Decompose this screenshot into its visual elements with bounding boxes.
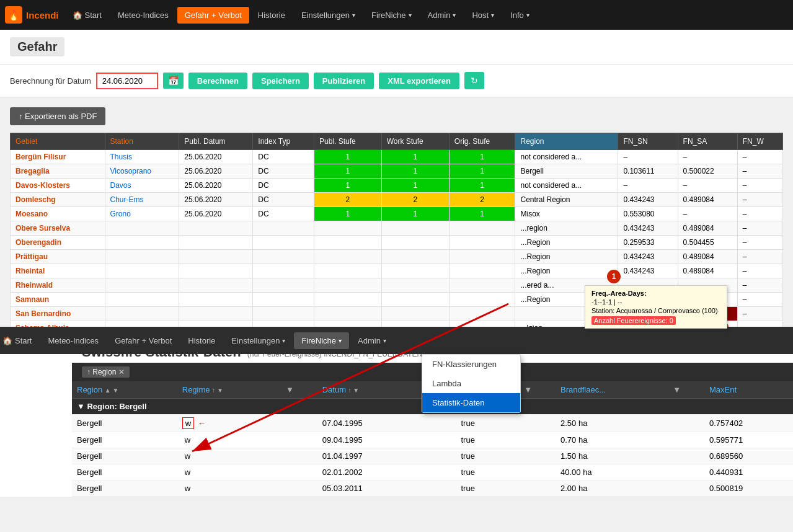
table-row: Moesano Grono 25.06.2020 DC 1 1 1 Misox … bbox=[11, 207, 783, 221]
cell-orig-stufe bbox=[449, 236, 515, 250]
cell-gebiet: Moesano bbox=[11, 207, 105, 221]
nav-fireniche[interactable]: FireNiche ▾ bbox=[364, 7, 419, 24]
second-nav-meteo[interactable]: Meteo-Indices bbox=[40, 332, 106, 349]
col-datum: Datum ↑ ▼ bbox=[317, 381, 420, 399]
publizieren-button[interactable]: Publizieren bbox=[314, 73, 374, 89]
chevron-down-icon: ▾ bbox=[453, 12, 456, 19]
cell-station bbox=[105, 236, 179, 250]
cell-feuer: true bbox=[456, 481, 520, 497]
main-content: ↑ Exportieren als PDF Gebiet Station Pub… bbox=[0, 97, 793, 345]
cell-orig-stufe: 1 bbox=[449, 179, 515, 193]
speichern-button[interactable]: Speichern bbox=[252, 73, 309, 89]
tooltip-box: Freq.-Area-Days: -1--1-1 | -- Station: A… bbox=[585, 285, 727, 329]
cell-fn-sa: 0.489084 bbox=[678, 250, 737, 264]
cell-brand: 0.70 ha bbox=[556, 432, 668, 448]
cell-fn-sn: 0.434243 bbox=[618, 264, 678, 278]
app-name: Incendi bbox=[26, 10, 59, 20]
app-logo[interactable]: 🔥 Incendi bbox=[5, 6, 59, 24]
xml-export-button[interactable]: XML exportieren bbox=[379, 73, 459, 89]
berechnen-button[interactable]: Berechnen bbox=[188, 73, 247, 89]
cell-orig-stufe bbox=[449, 278, 515, 293]
cell-typ: DC bbox=[253, 193, 314, 207]
second-nav-einstellungen[interactable]: Einstellungen ▾ bbox=[224, 332, 293, 349]
tooltip-line1: Freq.-Area-Days: bbox=[591, 290, 720, 297]
cell-datum: 07.04.1995 bbox=[317, 415, 420, 432]
cell-orig-stufe: 1 bbox=[449, 207, 515, 221]
cell-work-stufe: 1 bbox=[381, 150, 449, 164]
export-pdf-button[interactable]: ↑ Exportieren als PDF bbox=[10, 107, 105, 125]
cell-brand-filter bbox=[668, 432, 704, 448]
dropdown-item-statistik-daten[interactable]: Statistik-Daten bbox=[422, 393, 520, 412]
cell-regime-filter bbox=[281, 481, 317, 497]
cell-fn-w: – bbox=[737, 179, 782, 193]
date-input[interactable] bbox=[96, 73, 158, 89]
cell-datum-filter bbox=[420, 464, 456, 481]
data-table-row: Bergell w 01.04.1997 true 1.50 ha 0.6895… bbox=[72, 448, 793, 464]
table-row: Oberengadin ...Region 0.259533 0.504455 … bbox=[11, 236, 783, 250]
second-nav-fireniche[interactable]: FireNiche ▾ bbox=[294, 332, 349, 349]
col-maxent: MaxEnt bbox=[704, 381, 793, 399]
chevron-down-icon: ▾ bbox=[339, 337, 342, 344]
cell-regime: w bbox=[177, 464, 281, 481]
data-table-row: Bergell w 05.03.2011 true 2.00 ha 0.5008… bbox=[72, 481, 793, 497]
cell-fn-sa: 0.504455 bbox=[678, 236, 737, 250]
sort-icon: ▲ ▼ bbox=[105, 387, 119, 394]
cell-brand-filter bbox=[668, 464, 704, 481]
cell-brand: 2.00 ha bbox=[556, 481, 668, 497]
col-header-region: Region bbox=[515, 133, 618, 150]
dropdown-item-fn-klassierungen[interactable]: FN-Klassierungen bbox=[422, 355, 520, 374]
col-filter-regime[interactable]: ▼ bbox=[281, 381, 317, 399]
cell-region: not considered a... bbox=[515, 179, 618, 193]
nav-gefahr-verbot[interactable]: Gefahr + Verbot bbox=[177, 7, 249, 24]
cell-region: Central Region bbox=[515, 193, 618, 207]
cell-gebiet: Davos-Klosters bbox=[11, 179, 105, 193]
second-nav-gefahr[interactable]: Gefahr + Verbot bbox=[107, 332, 179, 349]
cell-region: Bergell bbox=[515, 164, 618, 179]
cell-gebiet: Rheintal bbox=[11, 264, 105, 278]
cell-fn-w: – bbox=[737, 150, 782, 164]
cell-gebiet: Domleschg bbox=[11, 193, 105, 207]
calendar-button[interactable]: 📅 bbox=[163, 73, 184, 89]
cell-station: Chur-Ems bbox=[105, 193, 179, 207]
cell-typ bbox=[253, 278, 314, 293]
cell-datum bbox=[179, 307, 253, 321]
cell-typ bbox=[253, 236, 314, 250]
region-filter-tag[interactable]: ↑ Region ✕ bbox=[82, 366, 130, 378]
cell-feuer: true bbox=[456, 448, 520, 464]
cell-regime-filter bbox=[281, 464, 317, 481]
cell-datum: 25.06.2020 bbox=[179, 164, 253, 179]
nav-historie[interactable]: Historie bbox=[250, 7, 293, 24]
cell-fn-sa: 0.489084 bbox=[678, 193, 737, 207]
col-filter-feuer[interactable]: ▼ bbox=[519, 381, 556, 399]
cell-station: Vicosoprano bbox=[105, 164, 179, 179]
home-icon: 🏠 bbox=[73, 11, 82, 20]
chevron-down-icon: ▾ bbox=[491, 12, 494, 19]
nav-admin[interactable]: Admin ▾ bbox=[420, 7, 464, 24]
cell-regime-filter bbox=[281, 448, 317, 464]
nav-start[interactable]: 🏠 Start bbox=[65, 7, 109, 24]
nav-info[interactable]: Info ▾ bbox=[503, 7, 537, 24]
dropdown-item-lambda[interactable]: Lambda bbox=[422, 374, 520, 393]
col-header-work-stufe: Work Stufe bbox=[381, 133, 449, 150]
filter-remove-button[interactable]: ✕ bbox=[118, 368, 125, 376]
cell-gebiet: Prättigau bbox=[11, 250, 105, 264]
nav-einstellungen[interactable]: Einstellungen ▾ bbox=[294, 7, 363, 24]
cell-work-stufe bbox=[381, 236, 449, 250]
cell-region: ...Region bbox=[515, 236, 618, 250]
cell-region: ...Region bbox=[515, 250, 618, 264]
col-filter-brand[interactable]: ▼ bbox=[668, 381, 704, 399]
refresh-button[interactable]: ↻ bbox=[464, 72, 484, 89]
cell-station bbox=[105, 278, 179, 293]
cell-feuer-filter bbox=[519, 432, 556, 448]
nav-meteo-indices[interactable]: Meteo-Indices bbox=[110, 7, 176, 24]
cell-fn-sn: 0.553080 bbox=[618, 207, 678, 221]
second-nav-start[interactable]: 🏠 Start bbox=[0, 332, 39, 349]
cell-work-stufe bbox=[381, 307, 449, 321]
second-nav-historie[interactable]: Historie bbox=[180, 332, 223, 349]
nav-host[interactable]: Host ▾ bbox=[464, 7, 502, 24]
second-nav-admin[interactable]: Admin ▾ bbox=[350, 332, 394, 349]
col-regime: Regime ↑ ▼ bbox=[177, 381, 281, 399]
cell-datum: 25.06.2020 bbox=[179, 193, 253, 207]
cell-orig-stufe bbox=[449, 250, 515, 264]
cell-datum-filter bbox=[420, 432, 456, 448]
